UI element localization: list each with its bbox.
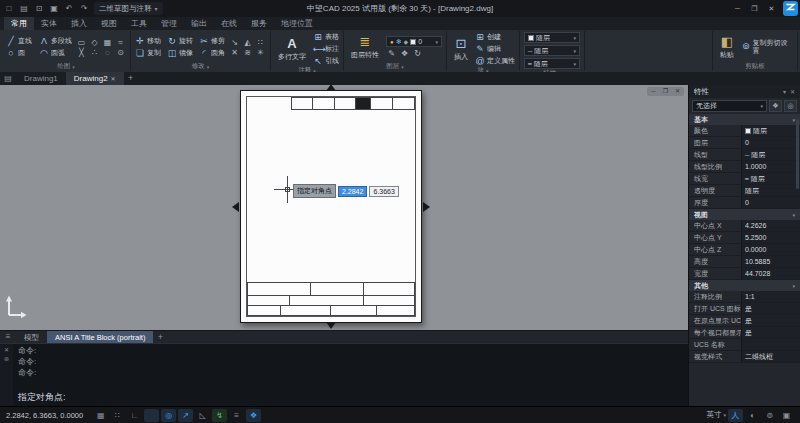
mirror-button[interactable]: ◫镜像	[167, 48, 193, 58]
command-close-icon[interactable]: ✕	[4, 346, 9, 353]
prop-row-thickness[interactable]: 厚度0	[689, 197, 800, 209]
command-prompt[interactable]: 指定对角点:	[18, 390, 683, 404]
copy-cut-settings-button[interactable]: ⊚ 复制剪切设置	[741, 39, 793, 54]
layer-previous-icon[interactable]: ↻	[412, 49, 423, 58]
quick-select-icon[interactable]: ❖	[769, 100, 782, 112]
prop-row-lineweight[interactable]: 线宽━随层	[689, 173, 800, 185]
dynamic-ucs-icon[interactable]: ◺	[195, 409, 210, 422]
doc-tab-drawing1[interactable]: Drawing1	[16, 72, 66, 85]
prop-row-visual-style[interactable]: 视觉样式二维线框	[689, 351, 800, 363]
rotate-button[interactable]: ↻旋转	[167, 36, 193, 46]
insert-block-button[interactable]: ⊡ 插入	[451, 37, 471, 62]
prop-row-ucs-icon-origin[interactable]: 在原点显示 UCS 图标是	[689, 315, 800, 327]
minimize-button[interactable]: ─	[729, 2, 746, 15]
section-view[interactable]: 视图▾	[689, 209, 800, 220]
save-icon[interactable]: ⊡	[32, 2, 46, 15]
scale-icon[interactable]: ◭	[242, 38, 253, 47]
prop-row-layer[interactable]: 图层0	[689, 137, 800, 149]
mdi-restore-button[interactable]: ❐	[660, 87, 671, 96]
quick-properties-icon[interactable]: ❖	[246, 409, 261, 422]
layer-match-icon[interactable]: ❖	[399, 49, 410, 58]
table-button[interactable]: ⊞表格	[313, 32, 339, 42]
construction-line-icon[interactable]: ╳	[76, 48, 87, 57]
circle-button[interactable]: ○圆	[6, 48, 32, 58]
object-snap-tracking-icon[interactable]: ↗	[178, 409, 193, 422]
stretch-icon[interactable]: ↘	[229, 38, 240, 47]
ribbon-tab-tools[interactable]: 工具	[124, 17, 154, 30]
lineweight-dropdown[interactable]: ━ 随层 ▾	[524, 58, 580, 69]
line-button[interactable]: ╱直线	[6, 36, 32, 46]
polar-tracking-icon[interactable]	[144, 409, 159, 422]
close-tab-icon[interactable]: ✕	[111, 75, 116, 82]
command-line-panel[interactable]: ✕ ⊚ 命令: 命令: 命令: 指定对角点:	[0, 343, 688, 406]
hatch-icon[interactable]: ▦	[102, 38, 113, 47]
erase-icon[interactable]: ✕	[229, 48, 240, 57]
layer-properties-button[interactable]: ≣ 图层特性	[348, 35, 382, 60]
offset-icon[interactable]: ≋	[242, 48, 253, 57]
prop-row-color[interactable]: 颜色随层	[689, 125, 800, 137]
select-objects-icon[interactable]: ◎	[784, 100, 797, 112]
ribbon-tab-home[interactable]: 常用	[4, 17, 34, 30]
object-snap-icon[interactable]: ◎	[161, 409, 176, 422]
new-tab-button[interactable]: +	[124, 72, 138, 85]
prop-row-height[interactable]: 高度10.5885	[689, 256, 800, 268]
prop-row-center-z[interactable]: 中心点 Z0.0000	[689, 244, 800, 256]
color-dropdown[interactable]: 随层 ▾	[524, 32, 580, 43]
draw-panel-label[interactable]: 绘图▾	[6, 62, 126, 71]
ribbon-tab-view[interactable]: 视图	[94, 17, 124, 30]
mtext-button[interactable]: A 多行文字	[275, 37, 309, 62]
settings-gear-icon[interactable]: ⊚	[762, 409, 777, 422]
explode-icon[interactable]: ✳	[255, 48, 266, 57]
region-icon[interactable]: ◌	[102, 48, 113, 57]
ribbon-tab-output[interactable]: 输出	[184, 17, 214, 30]
workspace-switcher[interactable]: 二维草图与注释 ▾	[94, 2, 163, 15]
redo-icon[interactable]: ↷	[77, 2, 91, 15]
prop-row-ucs-icon-on[interactable]: 打开 UCS 图标是	[689, 303, 800, 315]
define-attributes-button[interactable]: @定义属性	[475, 56, 515, 66]
prop-row-width[interactable]: 宽度44.7028	[689, 268, 800, 280]
document-list-icon[interactable]: ▤	[0, 72, 16, 85]
ellipse-icon[interactable]: ⊙	[115, 48, 126, 57]
edit-block-button[interactable]: ✎编辑	[475, 44, 515, 54]
ribbon-tab-geolocation[interactable]: 地理位置	[274, 17, 320, 30]
isolate-objects-icon[interactable]: ◐	[745, 409, 760, 422]
trim-button[interactable]: ✂修剪	[199, 36, 225, 46]
command-settings-icon[interactable]: ⊚	[4, 355, 9, 362]
ortho-icon[interactable]: ∟	[127, 409, 142, 422]
arc-button[interactable]: ◠圆弧	[39, 48, 72, 58]
mdi-minimize-button[interactable]: ─	[648, 87, 659, 96]
prop-row-linetype[interactable]: 线型─随层	[689, 149, 800, 161]
print-icon[interactable]: ▣	[47, 2, 61, 15]
new-file-icon[interactable]: □	[2, 2, 16, 15]
close-button[interactable]: ✕	[763, 2, 780, 15]
section-general[interactable]: 基本▾	[689, 114, 800, 125]
modify-panel-label[interactable]: 修改▾	[135, 62, 266, 71]
copy-button[interactable]: ❏复制	[135, 48, 161, 58]
restore-button[interactable]: ❐	[746, 2, 763, 15]
lineweight-display-icon[interactable]: ≡	[229, 409, 244, 422]
prop-row-center-y[interactable]: 中心点 Y5.2500	[689, 232, 800, 244]
clean-screen-icon[interactable]: ▣	[779, 409, 794, 422]
ribbon-tab-services[interactable]: 服务	[244, 17, 274, 30]
layer-dropdown[interactable]: ● ❄ ◆ 0 ▾	[386, 36, 442, 47]
layout-menu-icon[interactable]: ≡	[0, 331, 16, 343]
polygon-icon[interactable]: ◇	[89, 38, 100, 47]
open-file-icon[interactable]: ▤	[17, 2, 31, 15]
dynamic-input-y-field[interactable]: 6.3663	[369, 186, 398, 197]
palette-close-icon[interactable]: ✕	[790, 88, 795, 95]
prop-row-linetype-scale[interactable]: 线型比例1.0000	[689, 161, 800, 173]
point-icon[interactable]: ∴	[89, 48, 100, 57]
layout-tab-ansi-a[interactable]: ANSI A Title Block (portrait)	[47, 331, 153, 343]
leader-button[interactable]: ↖引线	[313, 56, 339, 66]
ribbon-tab-solid[interactable]: 实体	[34, 17, 64, 30]
section-misc[interactable]: 其他▾	[689, 280, 800, 291]
prop-row-transparency[interactable]: 透明度随层	[689, 185, 800, 197]
prop-row-ucs-per-viewport[interactable]: 每个视口都显示 UCS是	[689, 327, 800, 339]
palette-scrollbar[interactable]	[796, 119, 799, 189]
array-icon[interactable]: ∷	[255, 38, 266, 47]
ribbon-tab-manage[interactable]: 管理	[154, 17, 184, 30]
layer-edit-icon[interactable]: ✎	[386, 49, 397, 58]
dynamic-input-x-field[interactable]: 2.2842	[338, 186, 367, 197]
mdi-close-button[interactable]: ✕	[672, 87, 683, 96]
selection-dropdown[interactable]: 无选择 ▾	[692, 100, 767, 112]
